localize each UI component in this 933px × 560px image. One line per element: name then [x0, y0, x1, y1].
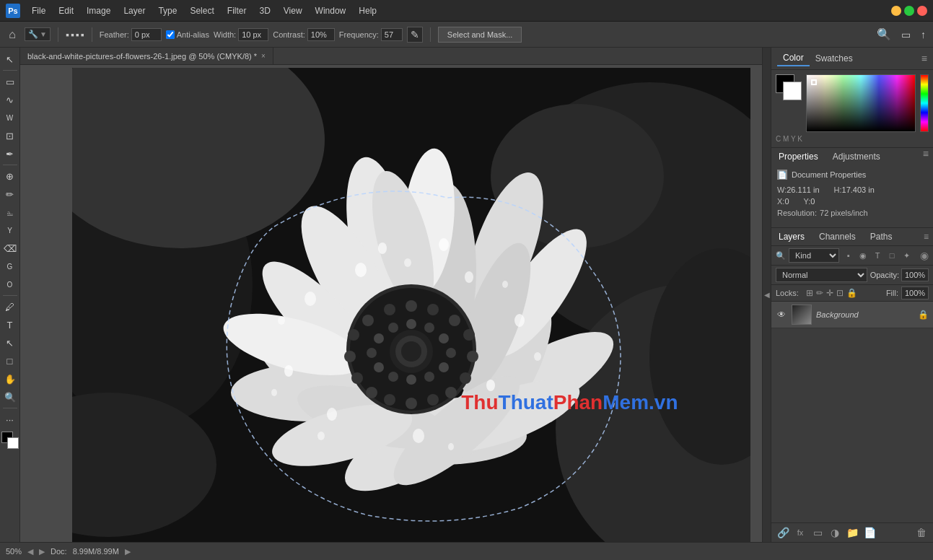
menu-filter[interactable]: Filter [222, 4, 253, 17]
anti-alias-checkbox[interactable] [166, 30, 175, 39]
resolution-row: Resolution: 72 pixels/inch [777, 209, 927, 217]
text-filter-icon[interactable]: T [871, 249, 884, 262]
foreground-color[interactable] [1, 432, 19, 449]
lock-position-icon[interactable]: ✛ [826, 288, 833, 298]
new-fill-layer-icon[interactable]: ◑ [828, 525, 842, 540]
menu-file[interactable]: File [26, 4, 51, 17]
tool-separator3 [3, 295, 17, 296]
menu-window[interactable]: Window [310, 4, 352, 17]
delete-layer-icon[interactable]: 🗑 [914, 525, 929, 540]
share-icon[interactable]: ↑ [918, 29, 929, 40]
maximize-button[interactable] [904, 6, 914, 16]
opacity-input[interactable] [901, 268, 929, 281]
text-tool[interactable]: T [1, 316, 19, 333]
color-spectrum-bar[interactable] [920, 74, 929, 132]
tab-layers[interactable]: Layers [771, 228, 812, 245]
properties-panel-menu[interactable]: ≡ [923, 148, 933, 165]
status-info-arrow[interactable]: ▶ [125, 547, 131, 556]
menu-type[interactable]: Type [152, 4, 183, 17]
menu-3d[interactable]: 3D [253, 4, 276, 17]
minimize-button[interactable] [891, 6, 901, 16]
panel-collapse-button[interactable]: ◀ [762, 48, 771, 542]
close-button[interactable] [917, 6, 927, 16]
tab-properties[interactable]: Properties [771, 148, 825, 165]
move-tool[interactable]: ↖ [1, 51, 19, 68]
new-group-icon[interactable]: 📁 [845, 525, 859, 540]
spot-heal-tool[interactable]: ⊕ [1, 167, 19, 185]
background-swatch[interactable] [783, 82, 802, 100]
quick-select-tool[interactable]: W [1, 109, 19, 126]
rectangle-shape-tool[interactable]: □ [1, 352, 19, 369]
menu-select[interactable]: Select [184, 4, 219, 17]
screen-mode-icon[interactable]: ▭ [898, 29, 914, 40]
rectangular-marquee-tool[interactable]: ▭ [1, 73, 19, 90]
contrast-option: Contrast: [273, 28, 335, 41]
color-panel-menu[interactable]: ≡ [921, 53, 927, 64]
canvas: ThuThuatPhanMem.vn [60, 69, 762, 542]
brush-tool[interactable]: ✏ [1, 185, 19, 203]
shape-filter-icon[interactable]: □ [885, 249, 898, 262]
tab-color[interactable]: Color [777, 51, 810, 66]
svg-point-28 [355, 263, 367, 277]
layers-panel-menu[interactable]: ≡ [924, 232, 933, 242]
contrast-input[interactable] [307, 28, 335, 41]
zoom-tool[interactable]: 🔍 [1, 388, 19, 406]
tool-preset-picker[interactable]: 🔧 ▼ [25, 27, 51, 41]
layer-item-background[interactable]: 👁 Background 🔒 [771, 302, 933, 328]
fill-input[interactable] [901, 286, 929, 299]
frequency-input[interactable] [381, 28, 403, 41]
more-tools[interactable]: ··· [1, 411, 19, 428]
history-brush-tool[interactable]: Y [1, 222, 19, 239]
menu-image[interactable]: Image [81, 4, 116, 17]
crop-tool[interactable]: ⊡ [1, 127, 19, 144]
document-tab[interactable]: black-and-white-pictures-of-flowers-26-1… [20, 48, 273, 64]
new-layer-icon[interactable]: 📄 [862, 525, 877, 540]
fg-bg-swatches[interactable] [776, 74, 802, 100]
tab-swatches[interactable]: Swatches [810, 51, 859, 66]
menu-edit[interactable]: Edit [53, 4, 79, 17]
filter-kind-select[interactable]: Kind [789, 248, 839, 263]
link-layers-icon[interactable]: 🔗 [776, 525, 790, 540]
dodge-tool[interactable]: O [1, 276, 19, 293]
smart-filter-icon[interactable]: ✦ [900, 249, 913, 262]
svg-point-73 [374, 333, 384, 344]
hand-tool[interactable]: ✋ [1, 370, 19, 388]
status-arrow-left[interactable]: ◀ [27, 547, 33, 556]
home-icon[interactable]: ⌂ [4, 27, 20, 43]
pen-tool[interactable]: 🖊 [1, 298, 19, 315]
gradient-tool[interactable]: G [1, 258, 19, 275]
clone-stamp-tool[interactable]: ⎁ [1, 204, 19, 221]
tab-channels[interactable]: Channels [812, 228, 863, 245]
lock-artboard-icon[interactable]: ⊡ [836, 288, 844, 298]
eraser-tool[interactable]: ⌫ [1, 240, 19, 257]
layer-lock-icon[interactable]: 🔒 [918, 310, 929, 320]
lasso-tool[interactable]: ∿ [1, 91, 19, 108]
menu-help[interactable]: Help [353, 4, 382, 17]
lock-all-icon[interactable]: 🔒 [846, 288, 857, 298]
collapse-arrow-icon: ◀ [764, 291, 770, 299]
pen-pressure-icon[interactable]: ✎ [407, 27, 423, 43]
path-selection-tool[interactable]: ↖ [1, 334, 19, 351]
blend-mode-select[interactable]: Normal [776, 268, 867, 282]
lock-image-icon[interactable]: ✏ [816, 288, 823, 298]
color-gradient-field[interactable] [806, 74, 916, 132]
filter-toggle[interactable]: ◉ [920, 250, 929, 261]
search-icon[interactable]: 🔍 [874, 27, 894, 41]
add-style-icon[interactable]: fx [793, 525, 807, 540]
tab-adjustments[interactable]: Adjustments [825, 148, 888, 165]
lock-transparent-icon[interactable]: ⊞ [806, 288, 813, 298]
tab-paths[interactable]: Paths [863, 228, 900, 245]
feather-input[interactable] [131, 28, 162, 41]
add-mask-icon[interactable]: ▭ [810, 525, 825, 540]
tab-close-button[interactable]: × [261, 52, 266, 60]
zoom-level: 50% [6, 547, 22, 556]
menu-view[interactable]: View [278, 4, 308, 17]
width-input[interactable] [238, 28, 268, 41]
layer-visibility-toggle[interactable]: 👁 [776, 309, 787, 320]
select-mask-button[interactable]: Select and Mask... [438, 27, 522, 43]
status-arrow-right[interactable]: ▶ [39, 547, 45, 556]
pixel-filter-icon[interactable]: ▪ [842, 249, 855, 262]
menu-layer[interactable]: Layer [118, 4, 151, 17]
adjustment-filter-icon[interactable]: ◉ [857, 249, 870, 262]
eyedropper-tool[interactable]: ✒ [1, 145, 19, 162]
